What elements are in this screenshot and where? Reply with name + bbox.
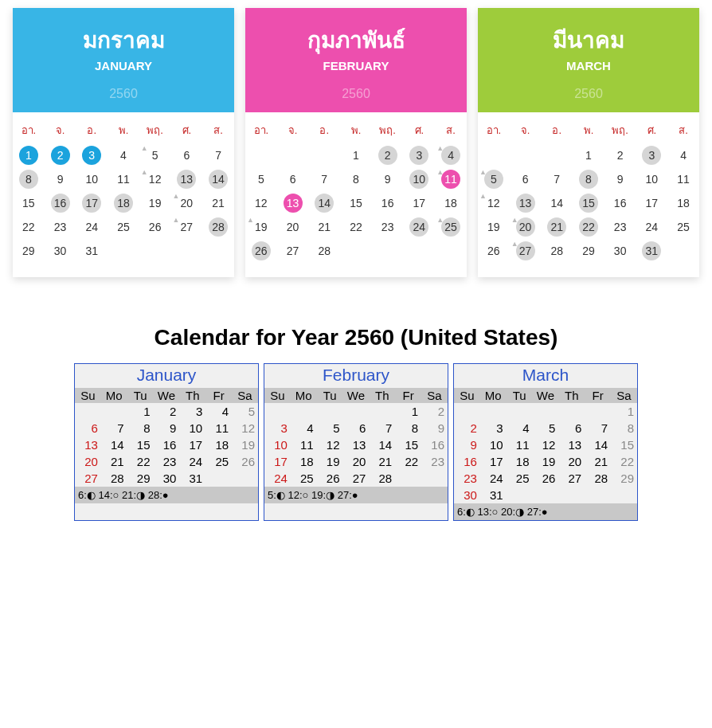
day-cell[interactable]: 10 bbox=[264, 436, 291, 453]
day-cell[interactable]: 3 bbox=[404, 143, 436, 167]
day-cell[interactable]: 29 bbox=[573, 239, 604, 263]
day-cell[interactable]: 5 bbox=[245, 167, 277, 191]
day-cell[interactable]: 7 bbox=[202, 143, 234, 167]
day-cell[interactable]: 17 bbox=[404, 191, 436, 215]
day-cell[interactable]: 3 bbox=[480, 420, 507, 436]
day-cell[interactable]: 31 bbox=[179, 470, 205, 487]
day-cell[interactable]: 11 bbox=[507, 436, 533, 453]
day-cell[interactable]: 5 bbox=[317, 420, 343, 436]
day-cell[interactable]: 1 bbox=[611, 403, 637, 420]
day-cell[interactable] bbox=[205, 470, 232, 487]
day-cell[interactable]: 12 bbox=[232, 420, 258, 436]
day-cell[interactable]: 13 bbox=[171, 167, 203, 191]
day-cell[interactable]: 20 bbox=[277, 215, 309, 239]
day-cell[interactable] bbox=[558, 403, 585, 420]
day-cell[interactable]: 11 bbox=[108, 167, 139, 191]
day-cell[interactable]: ▲20 bbox=[171, 191, 203, 215]
day-cell[interactable]: 21 bbox=[369, 453, 395, 470]
day-cell[interactable] bbox=[369, 403, 395, 420]
day-cell[interactable]: 16 bbox=[154, 436, 180, 453]
day-cell[interactable]: 16 bbox=[604, 191, 636, 215]
day-cell[interactable] bbox=[291, 403, 317, 420]
day-cell[interactable]: 22 bbox=[573, 215, 604, 239]
day-cell[interactable]: 20 bbox=[343, 453, 370, 470]
day-cell[interactable]: 22 bbox=[611, 453, 637, 470]
day-cell[interactable]: 31 bbox=[480, 487, 507, 503]
day-cell[interactable] bbox=[585, 403, 611, 420]
day-cell[interactable]: 2 bbox=[372, 143, 404, 167]
day-cell[interactable]: 21 bbox=[202, 191, 234, 215]
day-cell[interactable]: 12 bbox=[245, 191, 277, 215]
day-cell[interactable] bbox=[454, 403, 480, 420]
day-cell[interactable]: 22 bbox=[13, 215, 45, 239]
day-cell[interactable]: 21 bbox=[585, 453, 611, 470]
day-cell[interactable]: 30 bbox=[154, 470, 180, 487]
month-name[interactable]: January bbox=[75, 364, 258, 388]
day-cell[interactable]: 22 bbox=[395, 453, 421, 470]
day-cell[interactable]: 3 bbox=[636, 143, 668, 167]
day-cell[interactable]: 13 bbox=[75, 436, 101, 453]
day-cell[interactable]: 23 bbox=[154, 453, 180, 470]
day-cell[interactable]: 25 bbox=[291, 470, 317, 487]
day-cell[interactable]: 24 bbox=[636, 215, 668, 239]
day-cell[interactable]: 8 bbox=[127, 420, 154, 436]
day-cell[interactable]: 14 bbox=[308, 191, 340, 215]
day-cell[interactable]: ▲20 bbox=[510, 215, 542, 239]
day-cell[interactable]: 8 bbox=[611, 420, 637, 436]
day-cell[interactable]: 28 bbox=[308, 239, 340, 263]
day-cell[interactable]: 6 bbox=[510, 167, 542, 191]
day-cell[interactable]: 17 bbox=[480, 453, 507, 470]
day-cell[interactable]: 14 bbox=[585, 436, 611, 453]
day-cell[interactable]: 19 bbox=[232, 436, 258, 453]
day-cell[interactable]: 23 bbox=[421, 453, 448, 470]
day-cell[interactable]: 9 bbox=[421, 420, 448, 436]
day-cell[interactable]: 13 bbox=[277, 191, 309, 215]
day-cell[interactable]: 24 bbox=[76, 215, 108, 239]
day-cell[interactable]: 19 bbox=[478, 215, 510, 239]
day-cell[interactable]: 5 bbox=[533, 420, 559, 436]
day-cell[interactable]: 26 bbox=[232, 453, 258, 470]
day-cell[interactable]: 26 bbox=[245, 239, 277, 263]
day-cell[interactable]: 31 bbox=[636, 239, 668, 263]
day-cell[interactable]: 10 bbox=[404, 167, 436, 191]
day-cell[interactable]: 9 bbox=[45, 167, 76, 191]
day-cell[interactable]: 14 bbox=[101, 436, 127, 453]
day-cell[interactable]: 27 bbox=[277, 239, 309, 263]
day-cell[interactable] bbox=[585, 487, 611, 503]
day-cell[interactable]: 23 bbox=[604, 215, 636, 239]
day-cell[interactable]: 12 bbox=[533, 436, 559, 453]
day-cell[interactable] bbox=[101, 403, 127, 420]
day-cell[interactable]: 25 bbox=[108, 215, 139, 239]
day-cell[interactable] bbox=[507, 487, 533, 503]
day-cell[interactable]: 4 bbox=[205, 403, 232, 420]
day-cell[interactable]: 1 bbox=[127, 403, 154, 420]
day-cell[interactable]: 30 bbox=[604, 239, 636, 263]
day-cell[interactable]: 24 bbox=[480, 470, 507, 487]
day-cell[interactable]: 17 bbox=[76, 191, 108, 215]
day-cell[interactable] bbox=[507, 403, 533, 420]
day-cell[interactable]: 14 bbox=[369, 436, 395, 453]
day-cell[interactable]: 17 bbox=[636, 191, 668, 215]
day-cell[interactable]: ▲19 bbox=[245, 215, 277, 239]
day-cell[interactable]: 9 bbox=[604, 167, 636, 191]
day-cell[interactable]: 24 bbox=[264, 470, 291, 487]
day-cell[interactable]: 10 bbox=[76, 167, 108, 191]
day-cell[interactable]: 22 bbox=[340, 215, 372, 239]
month-name[interactable]: February bbox=[264, 364, 448, 388]
day-cell[interactable]: 23 bbox=[372, 215, 404, 239]
day-cell[interactable]: 6 bbox=[558, 420, 585, 436]
day-cell[interactable]: 2 bbox=[604, 143, 636, 167]
day-cell[interactable]: 16 bbox=[421, 436, 448, 453]
day-cell[interactable]: ▲5 bbox=[139, 143, 171, 167]
day-cell[interactable]: 7 bbox=[585, 420, 611, 436]
day-cell[interactable]: 19 bbox=[139, 191, 171, 215]
day-cell[interactable]: 25 bbox=[205, 453, 232, 470]
day-cell[interactable]: 1 bbox=[340, 143, 372, 167]
day-cell[interactable] bbox=[611, 487, 637, 503]
day-cell[interactable]: 18 bbox=[291, 453, 317, 470]
day-cell[interactable]: 16 bbox=[372, 191, 404, 215]
day-cell[interactable]: 26 bbox=[533, 470, 559, 487]
day-cell[interactable]: 15 bbox=[573, 191, 604, 215]
day-cell[interactable] bbox=[264, 403, 291, 420]
day-cell[interactable]: ▲4 bbox=[435, 143, 467, 167]
